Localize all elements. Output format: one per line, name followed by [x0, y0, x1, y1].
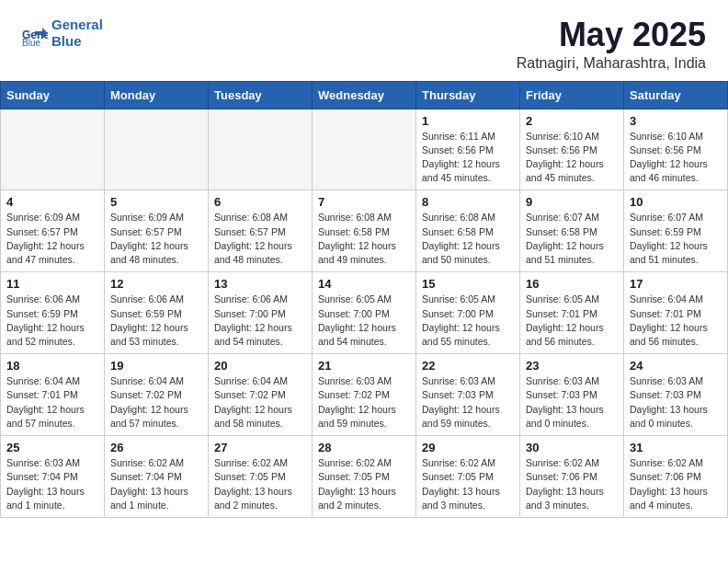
calendar-cell: 4Sunrise: 6:09 AM Sunset: 6:57 PM Daylig…: [1, 190, 105, 272]
day-number: 7: [318, 195, 410, 209]
day-number: 28: [318, 441, 410, 454]
day-info: Sunrise: 6:05 AM Sunset: 7:01 PM Dayligh…: [526, 293, 618, 349]
day-info: Sunrise: 6:04 AM Sunset: 7:02 PM Dayligh…: [214, 374, 306, 431]
day-header-saturday: Saturday: [624, 81, 728, 109]
day-info: Sunrise: 6:06 AM Sunset: 6:59 PM Dayligh…: [6, 293, 98, 349]
day-info: Sunrise: 6:07 AM Sunset: 6:59 PM Dayligh…: [630, 211, 722, 267]
week-row-1: 1Sunrise: 6:11 AM Sunset: 6:56 PM Daylig…: [1, 109, 728, 190]
day-number: 31: [630, 441, 722, 454]
day-number: 2: [526, 114, 618, 128]
day-number: 21: [318, 359, 410, 373]
calendar-cell: 25Sunrise: 6:03 AM Sunset: 7:04 PM Dayli…: [1, 436, 105, 518]
calendar-cell: 17Sunrise: 6:04 AM Sunset: 7:01 PM Dayli…: [624, 272, 728, 354]
calendar-cell: 2Sunrise: 6:10 AM Sunset: 6:56 PM Daylig…: [520, 109, 624, 190]
calendar-cell: 27Sunrise: 6:02 AM Sunset: 7:05 PM Dayli…: [209, 436, 313, 518]
day-number: 26: [110, 441, 202, 454]
day-info: Sunrise: 6:09 AM Sunset: 6:57 PM Dayligh…: [110, 211, 202, 267]
calendar-subtitle: Ratnagiri, Maharashtra, India: [517, 55, 706, 72]
day-header-thursday: Thursday: [416, 81, 520, 109]
day-header-tuesday: Tuesday: [209, 81, 313, 109]
calendar-cell: 5Sunrise: 6:09 AM Sunset: 6:57 PM Daylig…: [105, 190, 209, 272]
title-block: May 2025 Ratnagiri, Maharashtra, India: [517, 17, 706, 72]
day-info: Sunrise: 6:08 AM Sunset: 6:57 PM Dayligh…: [214, 211, 306, 267]
calendar-cell: 6Sunrise: 6:08 AM Sunset: 6:57 PM Daylig…: [209, 190, 313, 272]
logo: General Blue General Blue: [22, 17, 103, 50]
day-number: 27: [214, 441, 306, 454]
day-info: Sunrise: 6:05 AM Sunset: 7:00 PM Dayligh…: [422, 293, 514, 349]
calendar-title: May 2025: [517, 17, 706, 53]
calendar-cell: 12Sunrise: 6:06 AM Sunset: 6:59 PM Dayli…: [105, 272, 209, 354]
calendar-table: SundayMondayTuesdayWednesdayThursdayFrid…: [0, 81, 728, 518]
calendar-cell: 26Sunrise: 6:02 AM Sunset: 7:04 PM Dayli…: [105, 436, 209, 518]
day-number: 17: [630, 277, 722, 291]
day-number: 29: [422, 441, 514, 454]
calendar-cell: 13Sunrise: 6:06 AM Sunset: 7:00 PM Dayli…: [209, 272, 313, 354]
calendar-cell: 10Sunrise: 6:07 AM Sunset: 6:59 PM Dayli…: [624, 190, 728, 272]
calendar-cell: 1Sunrise: 6:11 AM Sunset: 6:56 PM Daylig…: [416, 109, 520, 190]
day-header-friday: Friday: [520, 81, 624, 109]
day-info: Sunrise: 6:02 AM Sunset: 7:06 PM Dayligh…: [630, 456, 722, 512]
calendar-cell: 16Sunrise: 6:05 AM Sunset: 7:01 PM Dayli…: [520, 272, 624, 354]
day-info: Sunrise: 6:08 AM Sunset: 6:58 PM Dayligh…: [318, 211, 410, 267]
calendar-cell: 20Sunrise: 6:04 AM Sunset: 7:02 PM Dayli…: [209, 354, 313, 436]
calendar-cell: 19Sunrise: 6:04 AM Sunset: 7:02 PM Dayli…: [105, 354, 209, 436]
calendar-cell: 22Sunrise: 6:03 AM Sunset: 7:03 PM Dayli…: [416, 354, 520, 436]
calendar-cell: 31Sunrise: 6:02 AM Sunset: 7:06 PM Dayli…: [624, 436, 728, 518]
day-number: 9: [526, 195, 618, 209]
calendar-cell: 21Sunrise: 6:03 AM Sunset: 7:02 PM Dayli…: [313, 354, 416, 436]
day-number: 30: [526, 441, 618, 454]
day-number: 22: [422, 359, 514, 373]
day-info: Sunrise: 6:06 AM Sunset: 7:00 PM Dayligh…: [214, 293, 306, 349]
day-number: 20: [214, 359, 306, 373]
day-info: Sunrise: 6:03 AM Sunset: 7:02 PM Dayligh…: [318, 374, 410, 431]
week-row-4: 18Sunrise: 6:04 AM Sunset: 7:01 PM Dayli…: [1, 354, 728, 436]
calendar-cell: [105, 109, 209, 190]
day-info: Sunrise: 6:04 AM Sunset: 7:01 PM Dayligh…: [6, 374, 98, 431]
day-info: Sunrise: 6:04 AM Sunset: 7:02 PM Dayligh…: [110, 374, 202, 431]
day-header-monday: Monday: [105, 81, 209, 109]
day-number: 19: [110, 359, 202, 373]
day-info: Sunrise: 6:04 AM Sunset: 7:01 PM Dayligh…: [630, 293, 722, 349]
week-row-5: 25Sunrise: 6:03 AM Sunset: 7:04 PM Dayli…: [1, 436, 728, 518]
header: General Blue General Blue May 2025 Ratna…: [0, 0, 728, 81]
calendar-cell: [209, 109, 313, 190]
calendar-cell: 30Sunrise: 6:02 AM Sunset: 7:06 PM Dayli…: [520, 436, 624, 518]
day-info: Sunrise: 6:02 AM Sunset: 7:04 PM Dayligh…: [110, 456, 202, 512]
day-number: 14: [318, 277, 410, 291]
day-number: 4: [6, 195, 98, 209]
calendar-cell: 23Sunrise: 6:03 AM Sunset: 7:03 PM Dayli…: [520, 354, 624, 436]
day-info: Sunrise: 6:07 AM Sunset: 6:58 PM Dayligh…: [526, 211, 618, 267]
day-number: 18: [6, 359, 98, 373]
calendar-cell: 24Sunrise: 6:03 AM Sunset: 7:03 PM Dayli…: [624, 354, 728, 436]
calendar-cell: 15Sunrise: 6:05 AM Sunset: 7:00 PM Dayli…: [416, 272, 520, 354]
day-number: 25: [6, 441, 98, 454]
day-number: 13: [214, 277, 306, 291]
day-number: 12: [110, 277, 202, 291]
day-info: Sunrise: 6:02 AM Sunset: 7:05 PM Dayligh…: [214, 456, 306, 512]
day-info: Sunrise: 6:03 AM Sunset: 7:03 PM Dayligh…: [526, 374, 618, 431]
day-number: 15: [422, 277, 514, 291]
day-number: 11: [6, 277, 98, 291]
calendar-cell: 11Sunrise: 6:06 AM Sunset: 6:59 PM Dayli…: [1, 272, 105, 354]
day-number: 6: [214, 195, 306, 209]
day-header-sunday: Sunday: [1, 81, 105, 109]
day-info: Sunrise: 6:10 AM Sunset: 6:56 PM Dayligh…: [630, 130, 722, 186]
calendar-cell: 29Sunrise: 6:02 AM Sunset: 7:05 PM Dayli…: [416, 436, 520, 518]
calendar-cell: 9Sunrise: 6:07 AM Sunset: 6:58 PM Daylig…: [520, 190, 624, 272]
day-info: Sunrise: 6:02 AM Sunset: 7:06 PM Dayligh…: [526, 456, 618, 512]
day-number: 23: [526, 359, 618, 373]
day-info: Sunrise: 6:08 AM Sunset: 6:58 PM Dayligh…: [422, 211, 514, 267]
day-number: 16: [526, 277, 618, 291]
svg-text:Blue: Blue: [22, 38, 40, 46]
day-info: Sunrise: 6:03 AM Sunset: 7:04 PM Dayligh…: [6, 456, 98, 512]
day-header-wednesday: Wednesday: [313, 81, 416, 109]
day-info: Sunrise: 6:03 AM Sunset: 7:03 PM Dayligh…: [630, 374, 722, 431]
calendar-cell: 3Sunrise: 6:10 AM Sunset: 6:56 PM Daylig…: [624, 109, 728, 190]
week-row-3: 11Sunrise: 6:06 AM Sunset: 6:59 PM Dayli…: [1, 272, 728, 354]
day-info: Sunrise: 6:02 AM Sunset: 7:05 PM Dayligh…: [422, 456, 514, 512]
day-number: 1: [422, 114, 514, 128]
logo-icon: General Blue: [22, 20, 48, 46]
calendar-cell: 7Sunrise: 6:08 AM Sunset: 6:58 PM Daylig…: [313, 190, 416, 272]
calendar-cell: 18Sunrise: 6:04 AM Sunset: 7:01 PM Dayli…: [1, 354, 105, 436]
day-number: 3: [630, 114, 722, 128]
